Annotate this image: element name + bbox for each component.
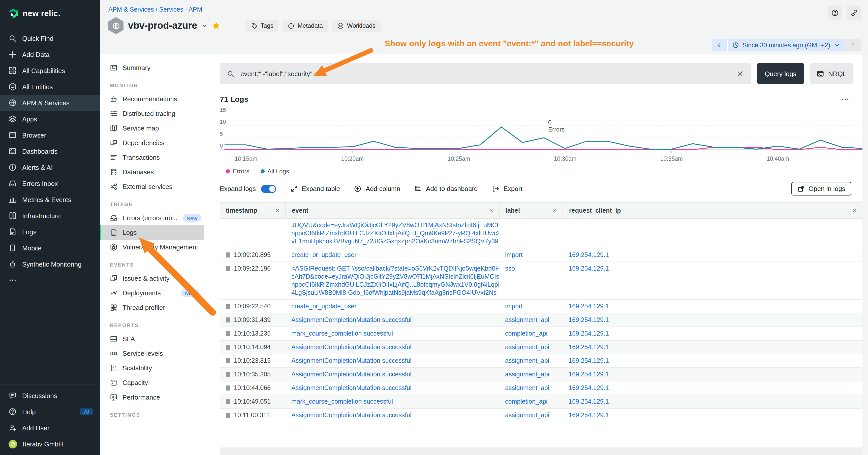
event-link-line[interactable]: create_or_update_user: [291, 251, 499, 259]
event-link-line[interactable]: create_or_update_user: [291, 302, 499, 311]
entity-nav-item-recommendations[interactable]: Recommendations: [100, 92, 204, 106]
label-link[interactable]: import: [505, 252, 523, 259]
entity-nav-item-deployments[interactable]: DeploymentsNew: [100, 286, 204, 300]
entity-nav-item-logs[interactable]: Logs: [100, 225, 204, 240]
table-row[interactable]: 10:09:22.540create_or_update_userimport1…: [220, 300, 863, 314]
sidebar-item-logs[interactable]: Logs: [0, 224, 100, 240]
favorite-star-icon[interactable]: [212, 21, 221, 30]
label-link[interactable]: completion_api: [505, 398, 548, 405]
copy-link-button[interactable]: [847, 5, 862, 20]
entity-nav-item-capacity[interactable]: Capacity: [100, 376, 204, 390]
entity-nav-item-service-map[interactable]: Service map: [100, 121, 204, 135]
sidebar-item-apm-services[interactable]: APM & Services: [0, 95, 100, 111]
sidebar-item-synthetic-monitoring[interactable]: Synthetic Monitoring: [0, 256, 100, 272]
label-link[interactable]: assignment_api: [505, 371, 549, 378]
row-expander-icon[interactable]: [226, 386, 230, 390]
event-link-line[interactable]: nppcCI6IkRlZmxhdGUiLCJzZXIiOiIxLjAifQ..L…: [291, 281, 499, 289]
time-forward-button[interactable]: [845, 39, 861, 52]
sidebar-item-infrastructure[interactable]: Infrastructure: [0, 207, 100, 224]
toolbar-add-to-dashboard[interactable]: Add to dashboard: [414, 185, 477, 193]
event-link-line[interactable]: AssignmentCompletionMutation successful: [291, 343, 499, 351]
event-link-line[interactable]: AssignmentCompletionMutation successful: [291, 370, 499, 379]
sidebar-item-mobile[interactable]: Mobile: [0, 240, 100, 256]
event-link-line[interactable]: vE1moHpkhokTVBvguN7_72JtGzGsqxZpn2OaKc3n…: [291, 237, 499, 246]
label-link[interactable]: assignment_api: [505, 412, 549, 419]
sidebar-item-help[interactable]: Help70: [0, 403, 100, 420]
row-expander-icon[interactable]: [226, 399, 230, 404]
legend-item-errors[interactable]: Errors: [226, 168, 249, 175]
entity-nav-item-service-levels[interactable]: Service levels: [100, 346, 204, 361]
ip-link[interactable]: 169.254.129.1: [568, 371, 609, 378]
ip-link[interactable]: 169.254.129.1: [568, 317, 609, 324]
entity-nav-item-issues-activity[interactable]: Issues & activity: [100, 271, 204, 286]
table-row[interactable]: 10:10:14.094AssignmentCompletionMutation…: [220, 340, 863, 354]
event-link-line[interactable]: AssignmentCompletionMutation successful: [291, 411, 499, 419]
logs-timeseries-chart[interactable]: 05101510:15am10:20am10:25am10:30am10:35a…: [220, 104, 863, 165]
table-row[interactable]: 10:10:23.815AssignmentCompletionMutation…: [220, 354, 863, 368]
breadcrumb-apm-services[interactable]: APM & Services: [108, 6, 154, 13]
entity-nav-item-performance[interactable]: Performance: [100, 390, 204, 404]
query-logs-button[interactable]: Query logs: [757, 63, 804, 84]
time-range-button[interactable]: Since 30 minutes ago (GMT+2): [728, 39, 845, 52]
row-expander-icon[interactable]: [226, 304, 230, 309]
metadata-button[interactable]: Metadata: [283, 20, 328, 32]
sidebar-item-alerts-ai[interactable]: Alerts & AI: [0, 159, 100, 175]
event-link-line[interactable]: AssignmentCompletionMutation successful: [291, 384, 499, 392]
sidebar-item-quick-find[interactable]: Quick Find: [0, 30, 100, 46]
remove-column-icon[interactable]: [552, 207, 558, 213]
entity-nav-item-sla[interactable]: SLA: [100, 331, 204, 346]
sidebar-item-apps[interactable]: Apps: [0, 111, 100, 127]
event-link-line[interactable]: cAh7D&code=eyJraWQiOiJjcGltY29yZV8wOTl1M…: [291, 272, 499, 281]
legend-item-all-logs[interactable]: All Logs: [260, 168, 289, 175]
entity-nav-item-external-services[interactable]: External services: [100, 180, 204, 194]
help-button[interactable]: [828, 5, 842, 20]
entity-nav-item-distributed-tracing[interactable]: Distributed tracing: [100, 106, 204, 121]
ip-link[interactable]: 169.254.129.1: [568, 265, 609, 272]
label-link[interactable]: sso: [505, 265, 515, 272]
remove-column-icon[interactable]: [852, 207, 858, 213]
entity-nav-item-summary[interactable]: Summary: [100, 61, 204, 75]
row-expander-icon[interactable]: [226, 413, 230, 418]
entity-nav-item-dependencies[interactable]: Dependencies: [100, 135, 204, 150]
toolbar-export[interactable]: Export: [492, 185, 523, 193]
ip-link[interactable]: 169.254.129.1: [568, 398, 609, 405]
sidebar-item-discussions[interactable]: Discussions: [0, 388, 100, 403]
entity-nav-item-scalability[interactable]: Scalability: [100, 361, 204, 376]
row-expander-icon[interactable]: [226, 253, 230, 258]
sidebar-item-errors-inbox[interactable]: Errors Inbox: [0, 175, 100, 192]
sidebar-item-add-data[interactable]: Add Data: [0, 46, 100, 63]
event-link-line[interactable]: AssignmentCompletionMutation successful: [291, 357, 499, 365]
table-row[interactable]: 10:10:35.305AssignmentCompletionMutation…: [220, 368, 863, 382]
sidebar-item-browser[interactable]: Browser: [0, 127, 100, 143]
remove-column-icon[interactable]: [275, 207, 280, 213]
time-back-button[interactable]: [712, 39, 728, 52]
ip-link[interactable]: 169.254.129.1: [568, 330, 609, 337]
expand-logs-toggle[interactable]: [261, 185, 276, 193]
horizontal-scrollbar-track[interactable]: [220, 448, 863, 455]
sidebar-item-all-entities[interactable]: All Entities: [0, 78, 100, 95]
row-expander-icon[interactable]: [226, 358, 230, 363]
row-expander-icon[interactable]: [226, 372, 230, 377]
log-query-input[interactable]: [240, 69, 732, 78]
chevron-down-icon[interactable]: [202, 23, 208, 29]
entity-nav-item-thread-profiler[interactable]: Thread profiler: [100, 300, 204, 315]
table-row[interactable]: 10:10:49.051mark_course_completion succe…: [220, 395, 863, 409]
entity-nav-item-vulnerability-management[interactable]: Vulnerability Management: [100, 240, 204, 255]
clear-query-icon[interactable]: [737, 70, 744, 77]
event-link-line[interactable]: 4LgSjsuUW8B0Mi8-Gdo_f6ofWhjpatNs9jaMs9qK…: [291, 289, 499, 297]
table-row[interactable]: 10:09:31.439AssignmentCompletionMutation…: [220, 314, 863, 327]
row-expander-icon[interactable]: [226, 331, 230, 336]
row-expander-icon[interactable]: [226, 318, 230, 323]
ip-link[interactable]: 169.254.129.1: [568, 252, 609, 259]
ip-link[interactable]: 169.254.129.1: [568, 303, 609, 310]
row-expander-icon[interactable]: [226, 266, 230, 271]
toolbar-add-column[interactable]: Add column: [354, 185, 400, 193]
event-link-line[interactable]: mark_course_completion successful: [291, 329, 499, 337]
ip-link[interactable]: 169.254.129.1: [568, 412, 609, 419]
table-row[interactable]: 10:11:00.311AssignmentCompletionMutation…: [220, 409, 863, 422]
label-link[interactable]: assignment_api: [505, 344, 549, 351]
nrql-button[interactable]: NRQL: [810, 63, 853, 84]
event-link-line[interactable]: AssignmentCompletionMutation successful: [291, 316, 499, 324]
entity-nav-item-errors-errors-inb-[interactable]: Errors (errors inb...New: [100, 210, 204, 225]
sidebar-item-add-user[interactable]: Add User: [0, 420, 100, 436]
